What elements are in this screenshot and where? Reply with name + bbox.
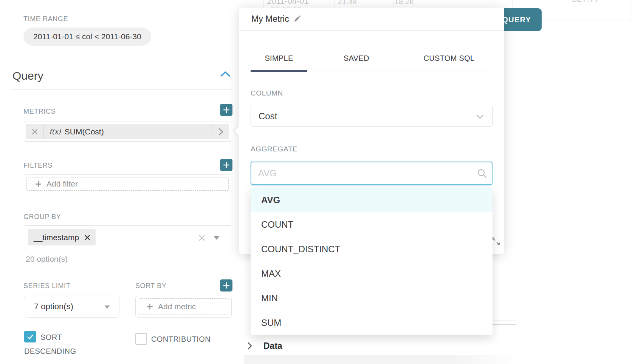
panel-left-edge: [4, 0, 4, 364]
function-icon: f(x): [49, 128, 61, 136]
filters-label: FILTERS: [23, 162, 53, 170]
add-metric-plus-button[interactable]: [220, 104, 232, 116]
group-by-label: GROUP BY: [23, 213, 61, 221]
faded-table-value: 21.4k: [338, 0, 357, 6]
table-grid-line: [263, 0, 264, 8]
data-panel-band: [244, 355, 518, 364]
search-icon: [477, 168, 487, 179]
aggregate-option-min[interactable]: MIN: [251, 286, 493, 310]
column-value: Cost: [251, 111, 277, 122]
contribution-checkbox[interactable]: [135, 333, 147, 345]
metric-name: SUM(Cost): [65, 127, 104, 136]
query-section-title: Query: [12, 69, 43, 82]
sort-descending-option: SORT DESCENDING: [24, 330, 89, 358]
remove-tag-icon[interactable]: [85, 235, 90, 240]
table-grid-line: [630, 0, 630, 20]
section-divider: [11, 89, 232, 89]
plus-icon: [223, 282, 230, 289]
chevron-right-icon: [248, 342, 252, 350]
aggregate-option-count-distinct[interactable]: COUNT_DISTINCT: [251, 237, 493, 261]
add-sort-metric-label: Add metric: [158, 302, 196, 311]
series-limit-label: SERIES LIMIT: [23, 282, 70, 290]
aggregate-dropdown: AVG COUNT COUNT_DISTINCT MAX MIN SUM: [251, 188, 493, 335]
tab-custom-sql[interactable]: CUSTOM SQL: [406, 43, 493, 72]
sort-descending-checkbox[interactable]: [24, 331, 36, 342]
chevron-up-icon[interactable]: [220, 71, 230, 77]
table-grid-line: [334, 0, 335, 8]
run-query-label: RUN QUERY: [504, 8, 531, 31]
time-range-label: TIME RANGE: [23, 15, 68, 23]
close-icon: [32, 129, 38, 135]
data-panel-title: Data: [263, 341, 282, 351]
tab-saved[interactable]: SAVED: [328, 43, 385, 72]
group-by-select[interactable]: __timestamp: [24, 225, 231, 249]
data-panel-header[interactable]: Data: [248, 338, 282, 353]
group-by-tag-label: __timestamp: [34, 233, 79, 242]
series-limit-select[interactable]: 7 option(s): [24, 296, 119, 318]
add-sort-metric-button[interactable]: Add metric: [138, 298, 229, 315]
metrics-label: METRICS: [23, 108, 56, 116]
metrics-field: f(x) SUM(Cost): [24, 122, 231, 142]
add-filter-button[interactable]: Add filter: [26, 177, 229, 191]
aggregate-label: AGGREGATE: [251, 145, 297, 153]
clear-icon[interactable]: [198, 234, 205, 241]
filters-field: Add filter: [24, 174, 231, 193]
aggregate-option-avg[interactable]: AVG: [251, 188, 493, 212]
time-range-pill[interactable]: 2011-01-01 ≤ col < 2011-06-30: [23, 28, 151, 46]
table-grid-line: [393, 0, 393, 8]
table-grid-line: [453, 0, 453, 8]
table-grid-line: [571, 0, 571, 20]
aggregate-option-max[interactable]: MAX: [251, 261, 493, 286]
aggregate-option-sum[interactable]: SUM: [251, 310, 493, 335]
chevron-right-icon: [218, 128, 223, 136]
series-limit-value: 7 option(s): [24, 302, 73, 312]
contribution-label: CONTRIBUTION: [151, 335, 211, 344]
checkmark-icon: [26, 333, 34, 341]
faded-table-value: 327.77: [572, 0, 599, 4]
plus-icon: [147, 304, 153, 310]
group-by-tag[interactable]: __timestamp: [28, 229, 96, 245]
plus-icon: [223, 162, 230, 168]
tab-simple[interactable]: SIMPLE: [251, 43, 307, 72]
pencil-icon[interactable]: [293, 15, 300, 23]
chart-explore-screen: 2011-04-01 00:00:00 21.4k 18.2k 327.77 R…: [0, 0, 635, 364]
caret-down-icon: [104, 305, 110, 309]
aggregate-option-count[interactable]: COUNT: [251, 212, 493, 237]
add-sort-metric-plus-button[interactable]: [220, 279, 232, 292]
remove-metric-button[interactable]: [26, 124, 44, 139]
column-label: COLUMN: [251, 89, 283, 97]
edit-metric-button[interactable]: [212, 124, 229, 139]
sort-by-field: Add metric: [135, 296, 232, 318]
aggregate-input[interactable]: [251, 162, 493, 185]
group-by-options-hint: 20 option(s): [26, 254, 68, 264]
add-filter-plus-button[interactable]: [220, 159, 232, 171]
add-filter-label: Add filter: [46, 179, 78, 188]
popover-arrow: [234, 126, 244, 135]
caret-down-icon[interactable]: [214, 236, 220, 240]
aggregate-field: [251, 162, 493, 185]
column-select[interactable]: Cost: [251, 106, 493, 126]
metric-pill[interactable]: f(x) SUM(Cost): [26, 124, 229, 139]
popover-tabs: SIMPLE SAVED CUSTOM SQL: [251, 43, 493, 71]
popover-title: My Metric: [251, 14, 289, 24]
sort-by-label: SORT BY: [135, 282, 167, 290]
plus-icon: [35, 181, 42, 187]
faded-table-value: 18.2k: [394, 0, 414, 6]
popover-header: My Metric: [239, 8, 504, 31]
run-query-button[interactable]: RUN QUERY: [504, 8, 542, 31]
plus-icon: [223, 106, 230, 113]
chevron-down-icon: [476, 114, 484, 119]
